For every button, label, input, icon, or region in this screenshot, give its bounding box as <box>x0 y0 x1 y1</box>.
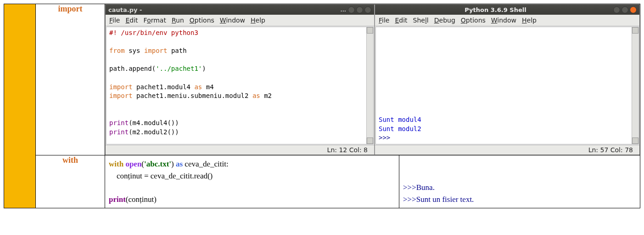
scrollbar-right[interactable] <box>632 27 638 144</box>
statusbar-right: Ln: 57 Col: 78 <box>375 145 639 155</box>
menu-file[interactable]: File <box>379 17 389 24</box>
row-label-with: with <box>36 155 105 208</box>
menu-format[interactable]: Format <box>144 17 166 24</box>
menu-help[interactable]: Help <box>251 17 265 24</box>
editors-wrap: cauta.py - ... File Edit Format Run Opti… <box>105 4 640 155</box>
main-table: import cauta.py - ... File Edit <box>4 4 640 208</box>
menu-window[interactable]: Window <box>491 17 516 24</box>
with-code-snippet: with open('abc.txt') as ceva_de_citit: c… <box>105 155 399 208</box>
window-title-left: cauta.py - <box>108 6 142 13</box>
menu-window[interactable]: Window <box>220 17 245 24</box>
maximize-icon[interactable] <box>356 6 363 13</box>
title-ellipsis: ... <box>340 7 346 13</box>
menu-help[interactable]: Help <box>522 17 537 24</box>
close-icon[interactable] <box>364 6 371 13</box>
row-label-import: import <box>36 4 105 155</box>
statusbar-left: Ln: 12 Col: 8 <box>106 145 374 155</box>
window-title-right: Python 3.6.9 Shell <box>378 6 613 13</box>
close-icon[interactable] <box>630 6 637 13</box>
menu-edit[interactable]: Edit <box>395 17 407 24</box>
shell-window-right: Python 3.6.9 Shell File Edit Shell Debug… <box>375 4 640 155</box>
menu-debug[interactable]: Debug <box>434 17 455 24</box>
code-area-left[interactable]: #! /usr/bin/env python3 from sys import … <box>106 27 374 144</box>
menu-options[interactable]: Options <box>461 17 486 24</box>
menu-file[interactable]: File <box>109 17 120 24</box>
yellow-sidebar <box>4 4 36 208</box>
scrollbar-left[interactable] <box>366 27 373 144</box>
minimize-icon[interactable] <box>348 6 355 13</box>
titlebar-right: Python 3.6.9 Shell <box>375 5 639 15</box>
editor-window-left: cauta.py - ... File Edit Format Run Opti… <box>105 4 375 155</box>
maximize-icon[interactable] <box>622 6 628 13</box>
menu-options[interactable]: Options <box>190 17 214 24</box>
menubar-left: File Edit Format Run Options Window Help <box>106 15 374 26</box>
with-output: >>>Buna. >>>Sunt un fisier text. <box>399 155 640 208</box>
menubar-right: File Edit Shell Debug Options Window Hel… <box>375 15 639 26</box>
shell-area-right[interactable]: Sunt modul4 Sunt modul2 >>> <box>375 27 639 144</box>
titlebar-left: cauta.py - ... <box>106 5 374 15</box>
menu-edit[interactable]: Edit <box>125 17 138 24</box>
menu-run[interactable]: Run <box>172 17 184 24</box>
menu-shell[interactable]: Shell <box>413 17 429 24</box>
minimize-icon[interactable] <box>613 6 620 13</box>
